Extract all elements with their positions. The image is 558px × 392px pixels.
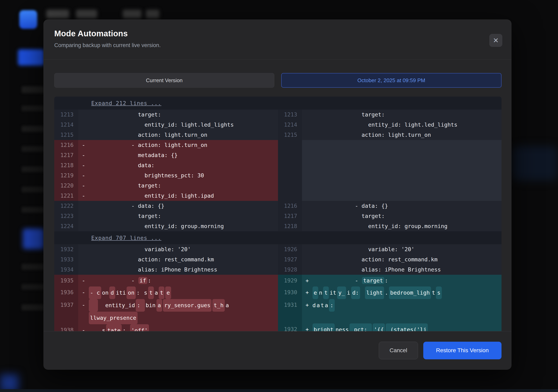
- diff-marker: [302, 201, 312, 211]
- diff-marker: +: [302, 275, 312, 286]
- code-segment: entity_id: light.led_lights: [312, 122, 457, 128]
- code-text: action: light.turn_on: [312, 130, 502, 140]
- code-text: variable: '20': [312, 244, 502, 254]
- code-segment: action: rest_command.km: [88, 256, 214, 263]
- diff-line-right: [278, 312, 502, 323]
- line-number: 1934: [54, 265, 78, 275]
- code-line: - if:: [88, 275, 278, 286]
- code-segment: brightness_pct: 30: [88, 172, 204, 179]
- diff-line-right-1926: 1926 variable: '20': [278, 244, 502, 254]
- line-number: 1223: [54, 211, 78, 221]
- code-segment: entity_id: light.ipad: [88, 192, 214, 199]
- diff-chunk: s: [436, 286, 442, 299]
- code-line: entity_id: group.morning: [312, 221, 502, 231]
- code-text: entity_id: group.morning: [312, 221, 502, 231]
- code-segment: d: [313, 300, 316, 311]
- diff-line-left-1223: 1223 target:: [54, 211, 278, 221]
- diff-chunk: if: [138, 277, 148, 284]
- code-segment: :: [137, 287, 143, 299]
- code-segment: action: light.turn_on: [312, 132, 431, 138]
- modal-header: Mode Automations Comparing backup with c…: [44, 20, 511, 60]
- code-text: target:: [88, 211, 278, 221]
- line-number: 1928: [278, 265, 302, 275]
- diff-line-left-1216: 1216- - action: light.turn_on: [54, 140, 278, 150]
- code-line: entity_id: binary_sensor.guest_ha: [88, 299, 278, 312]
- diff-marker: [78, 201, 88, 211]
- diff-chunk: bedroom_ligh: [389, 286, 431, 299]
- expand-lines-link[interactable]: Expand 212 lines ...: [91, 100, 161, 106]
- restore-version-button[interactable]: Restore This Version: [423, 342, 502, 359]
- version-diff-modal: Mode Automations Comparing backup with c…: [44, 19, 512, 370]
- diff-marker: -: [78, 191, 88, 201]
- line-number: 1936: [54, 286, 78, 299]
- diff-panel-left: 1932 variable: '20'1933 action: rest_com…: [54, 244, 278, 331]
- diff-marker: -: [78, 170, 88, 181]
- code-line: state: 'off': [88, 324, 278, 331]
- code-segment: variable: '20': [312, 246, 415, 252]
- code-segment: target:: [88, 213, 161, 219]
- code-text: action: light.turn_on: [88, 130, 278, 140]
- code-line: alias: iPhone Brightness: [88, 265, 278, 275]
- code-segment: it: [330, 287, 336, 299]
- code-line: entity_id: light.led_lights: [312, 120, 502, 130]
- code-segment: t: [321, 300, 324, 311]
- code-segment: s: [89, 325, 105, 331]
- code-segment: variable: '20': [88, 246, 191, 252]
- code-segment: a: [155, 287, 158, 299]
- diff-chunk: a: [157, 299, 162, 312]
- code-segment: on: [102, 287, 109, 299]
- line-number: [278, 312, 302, 323]
- line-number: 1932: [54, 244, 78, 254]
- line-number: 1216: [54, 140, 78, 150]
- line-number: [278, 140, 302, 201]
- code-segment: - data: {}: [312, 203, 388, 209]
- code-segment: action: rest_command.km: [312, 256, 438, 263]
- expand-row: Expand 707 lines ...: [54, 231, 502, 244]
- diff-chunk: e: [165, 286, 171, 299]
- line-number: 1213: [54, 109, 78, 120]
- code-line: entity_id: light.bedroom_lights: [312, 286, 502, 299]
- diff-marker: [78, 130, 88, 140]
- code-line: - condition: state: [88, 286, 278, 299]
- diff-marker: -: [78, 324, 88, 331]
- code-text: - if:: [88, 275, 278, 286]
- diff-marker: [302, 265, 312, 275]
- current-version-button[interactable]: Current Version: [54, 73, 274, 88]
- line-number: 1933: [54, 254, 78, 265]
- diff-marker: [302, 130, 312, 140]
- code-text: brightness_pct: '{{ (states('li: [312, 323, 502, 331]
- list-row-blurred: [22, 166, 44, 172]
- diff-line-right-1930: 1930+entity_id: light.bedroom_lights: [278, 286, 502, 299]
- diff-line-right: [278, 140, 502, 201]
- diff-chunk: d: [109, 286, 115, 299]
- diff-viewer: Expand 212 lines ...1213 target:1214 ent…: [54, 97, 502, 331]
- code-segment: - data: {}: [88, 203, 164, 209]
- diff-marker: [78, 244, 88, 254]
- diff-marker: [78, 211, 88, 221]
- cancel-button[interactable]: Cancel: [379, 342, 418, 359]
- diff-line-left-1213: 1213 target:: [54, 109, 278, 120]
- code-line: brightness_pct: 30: [88, 170, 278, 181]
- diff-line-left-1214: 1214 entity_id: light.led_lights: [54, 120, 278, 130]
- code-text: target:: [312, 109, 502, 120]
- diff-chunk: target: [362, 277, 384, 284]
- diff-panel-right: 1213 target:1214 entity_id: light.led_li…: [278, 109, 502, 231]
- code-text: brightness_pct: 30: [88, 170, 278, 181]
- code-text: - action: light.turn_on: [88, 140, 278, 150]
- backup-version-button[interactable]: October 2, 2025 at 09:59 PM: [281, 73, 502, 88]
- code-segment: n: [319, 287, 322, 299]
- diff-chunk: d:: [351, 286, 360, 299]
- diff-line-left-1937: 1937- entity_id: binary_sensor.guest_hal…: [54, 299, 278, 324]
- code-line: - action: light.turn_on: [88, 140, 278, 150]
- diff-marker: +: [302, 323, 312, 331]
- close-button[interactable]: ✕: [489, 34, 502, 47]
- diff-panels: 1932 variable: '20'1933 action: rest_com…: [54, 244, 502, 331]
- expand-lines-link[interactable]: Expand 707 lines ...: [91, 235, 161, 241]
- code-text: metadata: {}: [88, 150, 278, 160]
- code-text: action: rest_command.km: [88, 254, 278, 265]
- expand-row: Expand 212 lines ...: [54, 97, 502, 109]
- diff-chunk: bright: [313, 323, 335, 331]
- line-number: 1217: [54, 150, 78, 160]
- code-line: - data: {}: [312, 201, 502, 211]
- code-text: action: rest_command.km: [312, 254, 502, 265]
